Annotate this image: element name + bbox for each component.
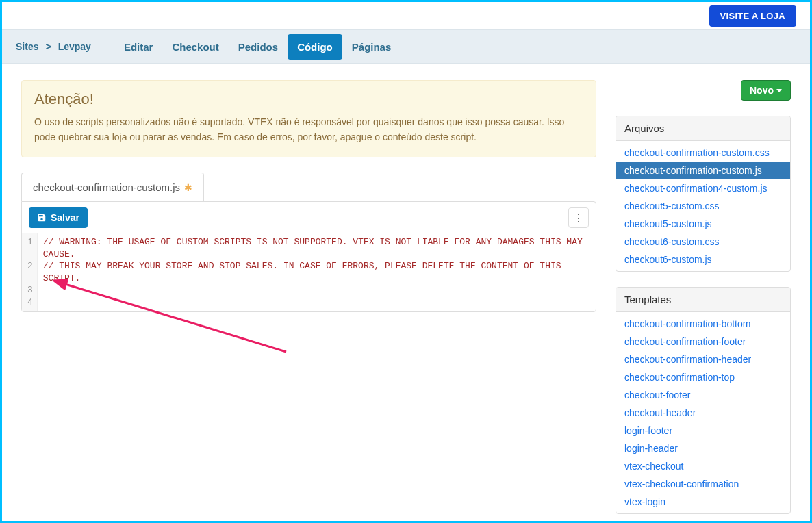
top-bar: VISITE A LOJA (2, 2, 810, 29)
editor-more-menu-button[interactable]: ⋮ (568, 207, 589, 228)
code-body[interactable]: // WARNING: THE USAGE OF CUSTOM SCRIPTS … (38, 233, 596, 311)
modified-indicator-icon: ✱ (184, 182, 192, 193)
templates-panel-title: Templates (616, 288, 790, 312)
template-item[interactable]: vtex-login (616, 493, 790, 511)
template-item[interactable]: vtex-checkout (616, 457, 790, 475)
template-item[interactable]: checkout-confirmation-footer (616, 333, 790, 350)
kebab-icon: ⋮ (573, 212, 584, 225)
file-item[interactable]: checkout6-custom.js (616, 251, 790, 268)
caret-down-icon (776, 89, 782, 92)
template-item[interactable]: vtex-checkout-confirmation (616, 475, 790, 493)
template-item[interactable]: checkout-confirmation-header (616, 350, 790, 368)
nav-tab-editar[interactable]: Editar (114, 34, 163, 60)
code-line: // THIS MAY BREAK YOUR STORE AND STOP SA… (43, 260, 590, 284)
code-line (43, 296, 590, 309)
visit-store-button[interactable]: VISITE A LOJA (709, 5, 796, 27)
nav-tab-pedidos[interactable]: Pedidos (229, 34, 288, 60)
file-item[interactable]: checkout6-custom.css (616, 233, 790, 251)
template-item[interactable]: checkout-confirmation-bottom (616, 315, 790, 333)
template-item[interactable]: login-footer (616, 422, 790, 439)
save-icon (37, 213, 47, 222)
alert-title: Atenção! (34, 90, 583, 108)
templates-panel: Templates checkout-confirmation-bottomch… (616, 287, 791, 514)
open-file-tab[interactable]: checkout-confirmation-custom.js ✱ (21, 173, 204, 201)
files-panel: Arquivos checkout-confirmation-custom.cs… (616, 116, 791, 272)
save-button-label: Salvar (51, 212, 79, 223)
nav-tab-código[interactable]: Código (288, 34, 342, 60)
breadcrumb-site[interactable]: Levpay (55, 41, 94, 52)
new-button-label: Novo (750, 85, 774, 96)
file-item[interactable]: checkout-confirmation-custom.css (616, 144, 790, 162)
file-item[interactable]: checkout5-custom.js (616, 215, 790, 233)
file-item[interactable]: checkout-confirmation-custom.js (616, 162, 790, 179)
breadcrumb-separator: > (45, 41, 51, 52)
template-item[interactable]: checkout-header (616, 404, 790, 422)
warning-alert: Atenção! O uso de scripts personalizados… (21, 80, 596, 157)
code-line (43, 285, 590, 297)
template-item[interactable]: checkout-confirmation-top (616, 368, 790, 386)
file-item[interactable]: checkout-confirmation4-custom.js (616, 179, 790, 197)
breadcrumb-root[interactable]: Sites (13, 41, 41, 52)
new-button[interactable]: Novo (741, 80, 791, 101)
file-tab-name: checkout-confirmation-custom.js (33, 181, 180, 193)
template-item[interactable]: checkout-footer (616, 386, 790, 404)
line-number-gutter: 1 2 34 (22, 233, 38, 311)
file-item[interactable]: checkout5-custom.css (616, 197, 790, 215)
save-button[interactable]: Salvar (29, 207, 88, 228)
nav-tab-páginas[interactable]: Páginas (342, 34, 401, 60)
alert-body: O uso de scripts personalizados não é su… (34, 115, 583, 144)
template-item[interactable]: login-header (616, 439, 790, 457)
nav-bar: Sites > Levpay EditarCheckoutPedidosCódi… (2, 29, 810, 64)
nav-tab-checkout[interactable]: Checkout (162, 34, 228, 60)
files-panel-title: Arquivos (616, 116, 790, 141)
code-line: // WARNING: THE USAGE OF CUSTOM SCRIPTS … (43, 236, 590, 260)
code-editor: Salvar ⋮ 1 2 34 // WARNING: THE USAGE OF… (21, 201, 596, 311)
